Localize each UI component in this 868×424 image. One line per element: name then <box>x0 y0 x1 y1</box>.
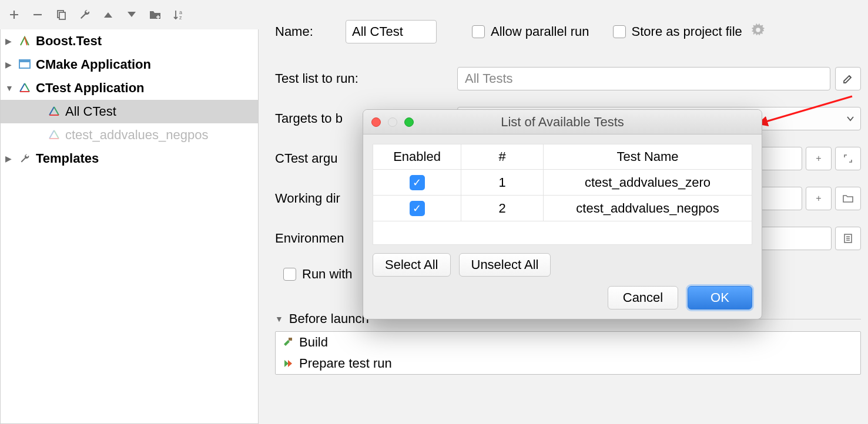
minimize-window-icon <box>388 117 397 127</box>
gear-icon[interactable] <box>752 23 765 40</box>
item-label: Prepare test run <box>299 356 392 371</box>
before-launch-item[interactable]: Prepare test run <box>276 353 860 374</box>
table-row[interactable]: ✓ 1 ctest_addvalues_zero <box>373 170 752 196</box>
copy-icon[interactable] <box>54 8 68 22</box>
run-with-checkbox[interactable] <box>283 268 296 281</box>
tree-label: Boost.Test <box>36 33 102 49</box>
svg-rect-7 <box>289 338 292 341</box>
unselect-all-button[interactable]: Unselect All <box>459 253 551 277</box>
expand-button[interactable] <box>835 147 861 170</box>
col-num: # <box>461 144 544 170</box>
zoom-window-icon[interactable] <box>404 117 414 127</box>
store-project-label: Store as project file <box>632 24 742 39</box>
ctest-icon <box>18 82 31 95</box>
tree-item-ctest[interactable]: ▼ CTest Application <box>1 76 258 100</box>
tree-item-cmake[interactable]: ▶ CMake Application <box>1 53 258 76</box>
table-row[interactable]: ✓ 2 ctest_addvalues_negpos <box>373 196 752 221</box>
before-launch-list: Build Prepare test run <box>275 331 861 375</box>
test-list-label: Test list to run: <box>275 71 457 86</box>
available-tests-dialog: List of Available Tests Enabled # Test N… <box>363 109 762 319</box>
env-edit-button[interactable] <box>835 227 861 250</box>
browse-folder-button[interactable] <box>835 187 861 210</box>
config-tree: ▶ Boost.Test ▶ CMake Application ▼ CTest… <box>0 29 259 424</box>
test-list-input[interactable]: All Tests <box>457 67 830 90</box>
name-input[interactable] <box>346 20 437 43</box>
ctest-icon <box>48 105 61 118</box>
col-name: Test Name <box>544 144 752 170</box>
dialog-titlebar: List of Available Tests <box>363 110 762 134</box>
hammer-icon <box>281 336 294 349</box>
tree-item-templates[interactable]: ▶ Templates <box>1 147 258 170</box>
svg-text:z: z <box>179 15 182 21</box>
tree-label: CMake Application <box>36 57 151 72</box>
chevron-right-icon: ▶ <box>5 36 14 46</box>
close-window-icon[interactable] <box>371 117 381 127</box>
tests-table: Enabled # Test Name ✓ 1 ctest_addvalues_… <box>373 144 752 245</box>
tree-item-all-ctest[interactable]: All CTest <box>1 100 258 123</box>
tree-label: ctest_addvalues_negpos <box>65 127 208 143</box>
col-enabled: Enabled <box>373 144 461 170</box>
svg-rect-5 <box>19 60 30 62</box>
select-all-button[interactable]: Select All <box>373 253 451 277</box>
down-icon[interactable] <box>125 8 139 22</box>
edit-test-list-button[interactable] <box>835 67 861 90</box>
folder-icon[interactable] <box>148 8 162 22</box>
run-icon <box>281 357 294 370</box>
before-launch-label: Before launch <box>289 311 369 327</box>
insert-macro-button[interactable]: + <box>806 147 832 170</box>
row-name: ctest_addvalues_negpos <box>544 196 752 221</box>
tree-label: CTest Application <box>36 80 145 96</box>
chevron-down-icon[interactable]: ▼ <box>275 314 283 324</box>
cancel-button[interactable]: Cancel <box>608 286 678 309</box>
enabled-checkbox[interactable]: ✓ <box>410 175 425 190</box>
tree-label: All CTest <box>65 104 116 119</box>
row-name: ctest_addvalues_zero <box>544 170 752 196</box>
tree-item-negpos[interactable]: ctest_addvalues_negpos <box>1 123 258 147</box>
sort-icon[interactable]: az <box>172 8 186 22</box>
store-project-checkbox[interactable] <box>613 25 626 38</box>
row-num: 2 <box>461 196 544 221</box>
before-launch-item[interactable]: Build <box>276 332 860 353</box>
chevron-down-icon: ▼ <box>5 83 14 93</box>
run-with-label: Run with <box>302 267 353 282</box>
chevron-right-icon: ▶ <box>5 60 14 69</box>
dialog-title: List of Available Tests <box>363 115 762 130</box>
tree-label: Templates <box>36 151 99 166</box>
enabled-checkbox[interactable]: ✓ <box>410 201 425 216</box>
allow-parallel-label: Allow parallel run <box>491 24 589 39</box>
up-icon[interactable] <box>101 8 115 22</box>
ok-button[interactable]: OK <box>688 286 752 309</box>
boost-icon <box>18 35 31 48</box>
insert-macro-button[interactable]: + <box>806 187 832 210</box>
remove-icon[interactable] <box>31 8 45 22</box>
add-icon[interactable] <box>7 8 21 22</box>
row-num: 1 <box>461 170 544 196</box>
cmake-icon <box>18 58 31 71</box>
wrench-icon <box>18 152 31 165</box>
allow-parallel-checkbox[interactable] <box>472 25 485 38</box>
ctest-icon-faded <box>48 129 61 142</box>
wrench-icon[interactable] <box>78 8 92 22</box>
chevron-right-icon: ▶ <box>5 154 14 163</box>
svg-rect-1 <box>59 12 65 19</box>
name-label: Name: <box>275 24 346 39</box>
item-label: Build <box>299 335 328 350</box>
tree-item-boost[interactable]: ▶ Boost.Test <box>1 29 258 53</box>
